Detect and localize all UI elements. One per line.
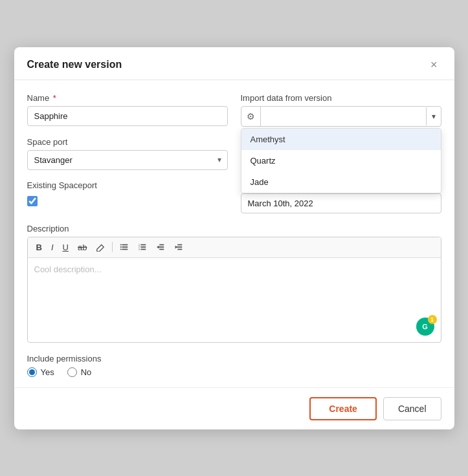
eraser-button[interactable] [93,241,108,253]
grammarly-badge: G 1 [416,318,434,336]
svg-rect-0 [122,244,128,246]
name-input[interactable] [27,106,228,126]
editor-area[interactable]: Cool description... G 1 [28,258,441,342]
cancel-button[interactable]: Cancel [383,397,441,420]
svg-rect-1 [122,246,128,248]
toolbar-divider-1 [112,242,113,252]
bold-button[interactable]: B [33,241,45,254]
spaceport-group: Space port Stavanger [27,137,228,170]
close-button[interactable]: × [427,58,441,72]
radio-no[interactable] [67,367,77,377]
modal-body: Name * Import data from version ⚙ ▾ Amet… [14,80,454,387]
gear-button[interactable]: ⚙ [241,107,261,126]
create-version-modal: Create new version × Name * Import data … [14,47,454,429]
list-ol-button[interactable]: 123 [135,241,150,253]
svg-rect-18 [178,249,183,250]
radio-yes-text: Yes [41,367,54,377]
radio-group: Yes No [27,367,441,377]
editor-placeholder: Cool description... [34,265,102,274]
spaceport-select-container: Stavanger [27,150,228,170]
existing-spaceport-group: Existing Spaceport [27,180,228,206]
strikethrough-button[interactable]: ab [74,241,90,254]
svg-marker-19 [175,245,177,248]
grammarly-count: 1 [428,315,437,324]
row-name-import: Name * Import data from version ⚙ ▾ Amet… [27,93,441,127]
create-button[interactable]: Create [309,397,377,420]
dropdown-item-quartz[interactable]: Quartz [241,150,441,171]
import-input[interactable] [261,107,426,125]
outdent-button[interactable] [153,241,168,253]
svg-rect-12 [160,244,164,246]
import-label: Import data from version [241,93,441,103]
permissions-label: Include permissions [27,354,102,363]
name-label: Name * [27,93,228,103]
svg-text:3: 3 [139,248,140,251]
svg-marker-15 [157,245,159,248]
svg-rect-2 [122,249,128,250]
import-select-row: ⚙ ▾ [241,106,441,127]
indent-button[interactable] [171,241,186,253]
existing-spaceport-checkbox-wrapper [27,196,228,206]
description-editor: B I U ab 1 [27,237,441,343]
import-dropdown: Amethyst Quartz Jade [241,128,441,193]
grammarly-icon: G [422,323,428,330]
svg-rect-16 [178,244,183,246]
radio-yes-label[interactable]: Yes [27,367,54,377]
dropdown-item-jade[interactable]: Jade [241,171,441,193]
modal-title: Create new version [27,59,122,70]
description-toolbar: B I U ab 1 [28,237,441,258]
modal-header: Create new version × [14,47,454,80]
name-group: Name * [27,93,228,126]
italic-button[interactable]: I [48,241,57,254]
required-star: * [53,93,56,103]
radio-yes[interactable] [27,367,37,377]
import-group: Import data from version ⚙ ▾ Amethyst Qu… [241,93,441,127]
svg-point-4 [120,246,122,248]
svg-point-5 [120,248,122,250]
chevron-down-icon[interactable]: ▾ [426,107,441,125]
spaceport-label: Space port [27,137,228,147]
modal-overlay: Create new version × Name * Import data … [0,0,468,476]
list-ul-button[interactable] [117,241,132,253]
svg-rect-14 [160,249,164,250]
modal-footer: Create Cancel [14,387,454,429]
permissions-section: Include permissions Yes No [27,353,441,377]
underline-button[interactable]: U [60,241,72,254]
radio-no-text: No [81,367,92,377]
spaceport-select[interactable]: Stavanger [27,150,228,170]
description-group: Description B I U ab [27,224,441,343]
existing-spaceport-checkbox[interactable] [27,196,38,206]
svg-rect-7 [141,246,146,248]
svg-rect-6 [141,244,146,246]
existing-spaceport-label: Existing Spaceport [27,180,228,190]
svg-point-3 [120,244,122,245]
radio-no-label[interactable]: No [67,367,92,377]
description-label: Description [27,224,441,233]
start-date-input[interactable] [241,193,441,213]
svg-rect-8 [141,249,146,250]
dropdown-item-amethyst[interactable]: Amethyst [241,129,441,150]
